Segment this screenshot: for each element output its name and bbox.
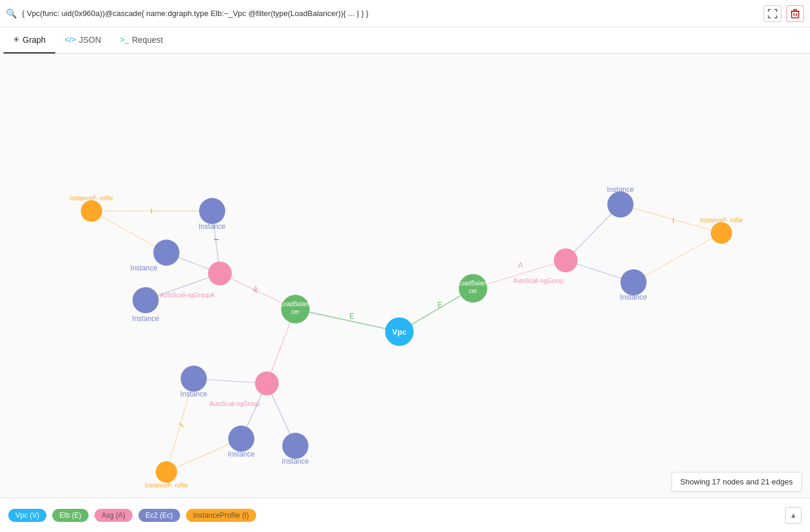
tab-json-label: JSON: [79, 35, 101, 45]
svg-point-53: [282, 433, 308, 459]
svg-text:Instance: Instance: [228, 450, 255, 458]
svg-point-57: [620, 269, 647, 295]
legend-ec2-label: Ec2 (Ec): [146, 511, 173, 520]
tab-request[interactable]: >_ Request: [111, 27, 172, 53]
svg-text:cer: cer: [469, 288, 478, 294]
legend-vpc[interactable]: Vpc (V): [8, 509, 46, 522]
graph-area[interactable]: E E A A Vpc LoadBalan- cer LoadBalan- ce…: [0, 53, 810, 498]
legend-ec2[interactable]: Ec2 (Ec): [138, 509, 180, 522]
svg-line-1: [295, 309, 399, 332]
legend-elb[interactable]: Elb (E): [52, 509, 89, 522]
svg-point-41: [554, 248, 578, 272]
svg-point-61: [156, 461, 177, 483]
svg-text:AutoScali-ngGroupA: AutoScali-ngGroupA: [160, 292, 214, 298]
legend-ip-label: InstanceProfile (I): [193, 511, 249, 520]
svg-point-51: [228, 426, 254, 452]
svg-text:Instance: Instance: [130, 264, 157, 272]
delete-button[interactable]: [786, 5, 804, 22]
svg-text:Vpc: Vpc: [392, 328, 406, 336]
svg-line-19: [633, 233, 721, 282]
scroll-to-top-button[interactable]: ▲: [785, 507, 802, 524]
svg-text:InstanceP- rofile: InstanceP- rofile: [70, 195, 114, 202]
svg-text:LoadBalan-: LoadBalan-: [458, 280, 488, 287]
svg-text:Instance: Instance: [282, 457, 309, 465]
tab-request-label: Request: [132, 35, 163, 45]
tab-bar: ✳ Graph </> JSON >_ Request: [0, 27, 810, 53]
svg-point-55: [607, 191, 633, 218]
tab-graph-label: Graph: [23, 35, 46, 45]
svg-text:Instance: Instance: [620, 293, 647, 301]
svg-text:InstanceP- rofile: InstanceP- rofile: [145, 482, 188, 489]
legend-asg-label: Asg (A): [102, 511, 125, 520]
svg-point-63: [711, 222, 732, 244]
svg-text:A: A: [253, 285, 258, 293]
svg-point-45: [153, 240, 179, 266]
svg-point-49: [181, 366, 207, 392]
svg-text:InstanceP- rofile: InstanceP- rofile: [700, 217, 743, 223]
legend-bar: Vpc (V) Elb (E) Asg (A) Ec2 (Ec) Instanc…: [0, 498, 810, 532]
svg-point-43: [199, 198, 225, 224]
svg-point-37: [208, 262, 232, 285]
svg-point-39: [255, 372, 279, 395]
svg-text:LoadBalan-: LoadBalan-: [280, 301, 310, 307]
svg-text:AutoScali-ngGroup: AutoScali-ngGroup: [210, 401, 260, 407]
svg-text:AutoScali-ngGroup: AutoScali-ngGroup: [513, 278, 564, 284]
request-tab-icon: >_: [120, 35, 129, 44]
svg-point-59: [81, 200, 102, 222]
legend-elb-label: Elb (E): [59, 511, 81, 520]
tab-graph[interactable]: ✳ Graph: [4, 27, 55, 53]
legend-asg[interactable]: Asg (A): [94, 509, 133, 522]
fullscreen-button[interactable]: [764, 5, 781, 22]
svg-text:Instance: Instance: [132, 314, 159, 323]
graph-tab-icon: ✳: [13, 35, 20, 44]
svg-text:E: E: [349, 312, 354, 320]
legend-vpc-label: Vpc (V): [15, 511, 39, 520]
svg-point-47: [133, 287, 159, 313]
svg-rect-0: [792, 11, 799, 18]
status-box: Showing 17 nodes and 21 edges: [672, 472, 802, 492]
tab-json[interactable]: </> JSON: [55, 27, 111, 53]
search-icon: 🔍: [6, 8, 17, 19]
graph-svg: E E A A Vpc LoadBalan- cer LoadBalan- ce…: [0, 53, 810, 498]
svg-text:A: A: [518, 261, 523, 269]
legend-ip[interactable]: InstanceProfile (I): [186, 509, 256, 522]
status-text: Showing 17 nodes and 21 edges: [680, 477, 793, 486]
svg-text:Instance: Instance: [198, 222, 226, 231]
svg-text:E: E: [437, 301, 442, 309]
svg-text:cer: cer: [291, 309, 300, 315]
svg-text:Instance: Instance: [607, 185, 634, 194]
svg-text:Instance: Instance: [180, 390, 207, 398]
top-actions: [764, 5, 804, 22]
json-tab-icon: </>: [65, 35, 76, 44]
query-display: { Vpc(func: uid(0x960a))@cascade{ name:d…: [22, 9, 764, 18]
top-bar: 🔍 { Vpc(func: uid(0x960a))@cascade{ name…: [0, 0, 810, 27]
